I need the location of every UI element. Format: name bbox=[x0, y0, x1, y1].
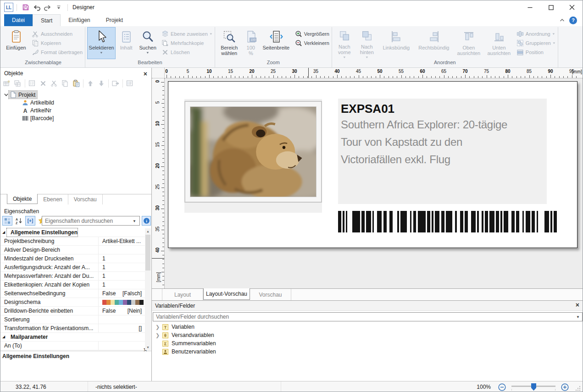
ribbon-button-aligntop[interactable]: Oben ausrichten bbox=[454, 27, 483, 59]
save-button[interactable] bbox=[20, 2, 31, 13]
property-row[interactable]: Aktiver Design-Bereich bbox=[0, 246, 145, 254]
objects-toolbar-list-button[interactable] bbox=[124, 78, 135, 88]
ribbon-button-alignleft[interactable]: Linksbündig bbox=[379, 27, 414, 59]
ribbon-button-zoom100[interactable]: 100100 % bbox=[243, 27, 259, 59]
category-expander-icon[interactable]: ◢ bbox=[0, 228, 7, 237]
chevron-right-icon[interactable]: ❯ bbox=[155, 332, 162, 338]
ribbon-button-alignbottom[interactable]: Unten ausrichten bbox=[484, 27, 514, 59]
property-category[interactable]: ◢Mailparameter bbox=[0, 333, 145, 342]
objects-toolbar-del-button[interactable] bbox=[38, 78, 49, 88]
ribbon-button-content[interactable]: Inhalt bbox=[117, 27, 136, 59]
info-button[interactable]: i bbox=[142, 216, 151, 226]
property-row[interactable]: Ausfertigungsdruck: Anzahl der A...1 bbox=[0, 263, 145, 272]
variables-tree-item-versandvariablen[interactable]: ❯θVersandvariablen bbox=[152, 331, 583, 339]
objects-toolbar-copy-button[interactable] bbox=[60, 78, 71, 88]
property-row[interactable]: Sortierung bbox=[0, 315, 145, 324]
ribbon-button-alignright[interactable]: Rechtsbündig bbox=[415, 27, 453, 59]
expander-icon[interactable] bbox=[3, 93, 9, 97]
property-row[interactable]: An (To) bbox=[0, 342, 145, 350]
objects-toolbar-props-button[interactable] bbox=[27, 78, 38, 88]
property-row[interactable]: SeitenwechselbedingungFalse[Falsch] bbox=[0, 289, 145, 298]
category-expander-icon[interactable]: ◢ bbox=[0, 333, 7, 341]
zoom-in-button[interactable] bbox=[561, 383, 569, 391]
property-row[interactable]: Etikettenkopien: Anzahl der Kopien1 bbox=[0, 281, 145, 289]
menu-tab-datei[interactable]: Datei bbox=[4, 14, 33, 26]
close-objects-panel-button[interactable]: × bbox=[144, 70, 147, 78]
objects-toolbar-down-button[interactable] bbox=[96, 78, 107, 88]
objects-toolbar-tnew-button[interactable] bbox=[1, 78, 12, 88]
scroll-down-icon[interactable]: ▼ bbox=[145, 344, 151, 350]
chevron-right-icon[interactable]: ❯ bbox=[155, 324, 162, 330]
close-button[interactable] bbox=[561, 0, 583, 14]
article-image-object[interactable] bbox=[184, 99, 322, 213]
objects-toolbar-tdup-button[interactable] bbox=[12, 78, 23, 88]
view-tab-vorschau[interactable]: Vorschau bbox=[250, 289, 291, 300]
variables-tree-item-benutzervariablen[interactable]: Benutzervariablen bbox=[152, 348, 583, 356]
zoom-slider[interactable] bbox=[511, 382, 555, 392]
panel-tab-vorschau[interactable]: Vorschau bbox=[68, 194, 103, 204]
ribbon-button-arrangement[interactable]: Anordnung▼ bbox=[516, 29, 555, 39]
property-row[interactable]: Mehrpassverfahren: Anzahl der Du...1 bbox=[0, 272, 145, 281]
property-row[interactable]: Drilldown-Berichte einbettenFalse[Nein] bbox=[0, 307, 145, 315]
zoom-slider-thumb[interactable] bbox=[531, 383, 536, 391]
scroll-up-icon[interactable]: ▲ bbox=[145, 228, 151, 234]
categorized-view-button[interactable] bbox=[2, 216, 12, 226]
property-category[interactable]: ◢Allgemeine Einstellungen bbox=[0, 228, 145, 237]
property-grid-scrollbar[interactable]: ▲ ▼ bbox=[145, 228, 151, 350]
ribbon-button-cut[interactable]: Ausschneiden bbox=[32, 29, 83, 39]
ribbon-button-zoomin[interactable]: Vergrößern bbox=[295, 29, 329, 39]
objects-toolbar-paste-button[interactable] bbox=[71, 78, 82, 88]
view-tab-layout-vorschau[interactable]: Layout-Vorschau bbox=[203, 288, 250, 300]
objects-toolbar-up-button[interactable] bbox=[85, 78, 96, 88]
objects-toolbar-cut-button[interactable] bbox=[49, 78, 60, 88]
ribbon-button-pagewidth[interactable]: Seitenbreite bbox=[260, 27, 292, 59]
tree-item-artikelbild[interactable]: Artikelbild bbox=[0, 99, 151, 106]
app-logo[interactable]: LL bbox=[4, 3, 13, 12]
panel-tab-ebenen[interactable]: Ebenen bbox=[38, 194, 68, 204]
ribbon-button-brush[interactable]: Format übertragen bbox=[32, 48, 83, 57]
ribbon-button-search[interactable]: Suchen▼ bbox=[137, 27, 159, 59]
ribbon-button-region[interactable]: Bereich wählen bbox=[217, 27, 242, 59]
menu-tab-projekt[interactable]: Projekt bbox=[98, 14, 131, 26]
property-row[interactable]: Transformation für Präsentationsm...[] bbox=[0, 324, 145, 333]
objects-toolbar-assign-button[interactable] bbox=[110, 78, 121, 88]
sort-alphabetical-button[interactable]: AZ bbox=[14, 216, 24, 226]
redo-button[interactable] bbox=[42, 2, 53, 13]
ribbon-button-front[interactable]: Nach vorne▼ bbox=[334, 27, 355, 59]
close-variables-panel-button[interactable]: × bbox=[576, 301, 579, 309]
variables-tree-item-summenvariablen[interactable]: ΣSummenvariablen bbox=[152, 339, 583, 348]
ribbon-button-multicopy[interactable]: Mehrfachkopie bbox=[161, 39, 212, 48]
variables-tree-item-variablen[interactable]: ❯TVariablen bbox=[152, 323, 583, 331]
tree-item-projekt[interactable]: Projekt bbox=[0, 91, 151, 99]
resize-grip[interactable] bbox=[575, 386, 581, 391]
minimize-button[interactable] bbox=[519, 0, 540, 14]
undo-button[interactable] bbox=[31, 2, 42, 13]
property-row[interactable]: ProjektbeschreibungArtikel-Etikett ... bbox=[0, 237, 145, 246]
design-canvas[interactable]: EXPSA01 Southern Africa Explorer: 20-täg… bbox=[165, 78, 583, 288]
help-icon[interactable]: ? bbox=[569, 17, 577, 24]
scrollbar-thumb[interactable] bbox=[145, 235, 150, 271]
zoom-out-button[interactable] bbox=[498, 383, 506, 391]
menu-tab-einfgen[interactable]: Einfügen bbox=[61, 14, 98, 26]
variables-search-input[interactable] bbox=[153, 312, 583, 321]
search-dropdown-icon[interactable]: ▼ bbox=[133, 219, 136, 223]
ribbon-button-group[interactable]: Gruppieren▼ bbox=[516, 39, 555, 48]
ribbon-button-cursor[interactable]: Selektieren▼ bbox=[87, 27, 116, 59]
panel-tab-objekte[interactable]: Objekte bbox=[7, 194, 38, 204]
property-row[interactable]: Mindestzahl der Druckseiten1 bbox=[0, 254, 145, 263]
tree-item-barcode[interactable]: [Barcode] bbox=[0, 114, 151, 122]
variables-search-dropdown-icon[interactable]: ▼ bbox=[576, 315, 580, 319]
collapse-ribbon-icon[interactable] bbox=[560, 17, 565, 23]
menu-tab-start[interactable]: Start bbox=[33, 14, 61, 26]
view-tab-layout[interactable]: Layout bbox=[162, 289, 203, 300]
maximize-button[interactable] bbox=[540, 0, 561, 14]
ribbon-button-zoomout[interactable]: Verkleinern bbox=[295, 39, 329, 48]
property-row[interactable]: Designschema bbox=[0, 298, 145, 307]
expand-all-button[interactable]: [+] bbox=[25, 216, 35, 226]
quick-access-dropdown[interactable] bbox=[53, 2, 64, 13]
tree-item-artikelnr[interactable]: AArtikelNr bbox=[0, 106, 151, 114]
barcode-object[interactable] bbox=[338, 211, 557, 232]
label-page[interactable]: EXPSA01 Southern Africa Explorer: 20-täg… bbox=[168, 81, 577, 248]
ribbon-button-back[interactable]: Nach hinten▼ bbox=[356, 27, 378, 59]
article-text-object[interactable]: EXPSA01 Southern Africa Explorer: 20-täg… bbox=[338, 99, 547, 204]
